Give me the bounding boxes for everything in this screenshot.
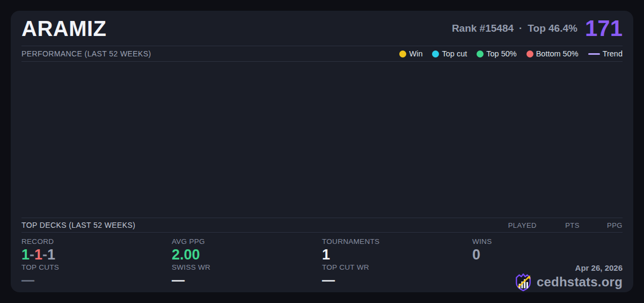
stat-label: TOP CUTS: [21, 263, 172, 271]
record-separator: -: [30, 247, 34, 263]
rank-separator: ·: [519, 23, 522, 34]
header-right: Rank #15484 · Top 46.4% 171: [452, 17, 623, 40]
stat-top-cuts: TOP CUTS —: [21, 263, 172, 292]
column-header-ppg: PPG: [580, 221, 623, 229]
brand-text: cedhstats.org: [537, 275, 623, 290]
performance-chart-area: [21, 62, 623, 218]
legend-item-trend: Trend: [588, 49, 623, 58]
top-cuts-value: —: [21, 272, 172, 287]
card-header: ARAMIZ Rank #15484 · Top 46.4% 171: [21, 11, 623, 46]
stat-label: SWISS WR: [172, 263, 322, 271]
legend-item-top-cut: Top cut: [432, 49, 467, 58]
cedhstats-brand-link[interactable]: cedhstats.org: [514, 272, 623, 292]
legend-item-bottom50: Bottom 50%: [526, 49, 579, 58]
stat-tournaments: TOURNAMENTS 1: [322, 237, 472, 263]
win-dot-icon: [399, 50, 406, 57]
stat-label: RECORD: [21, 237, 172, 246]
rank-line: Rank #15484 · Top 46.4%: [452, 23, 577, 34]
generated-date: Apr 26, 2026: [575, 263, 623, 272]
tournaments-value: 1: [322, 247, 472, 263]
top-cut-dot-icon: [432, 50, 439, 57]
bottom50-dot-icon: [526, 50, 533, 57]
wins-value: 0: [472, 247, 623, 263]
legend-label: Bottom 50%: [536, 49, 579, 58]
cedhstats-logo-icon: [514, 272, 532, 292]
legend-item-top50: Top 50%: [477, 49, 516, 58]
stat-label: TOURNAMENTS: [322, 237, 472, 246]
swiss-wr-value: —: [172, 272, 322, 287]
stat-avg-ppg: AVG PPG 2.00: [172, 237, 322, 263]
stats-grid: RECORD 1-1-1 AVG PPG 2.00 TOURNAMENTS 1 …: [21, 233, 623, 292]
footer: Apr 26, 2026 cedhstats.org: [472, 263, 623, 292]
record-draws: 1: [47, 247, 55, 263]
legend-label: Top cut: [442, 49, 467, 58]
stat-label: TOP CUT WR: [322, 263, 472, 271]
stat-label: WINS: [472, 237, 623, 246]
record-value: 1-1-1: [21, 247, 172, 263]
player-name: ARAMIZ: [21, 18, 107, 39]
column-header-played: PLAYED: [494, 221, 537, 229]
stat-record: RECORD 1-1-1: [21, 237, 172, 263]
record-wins: 1: [21, 247, 30, 263]
top50-dot-icon: [477, 50, 484, 57]
stat-top-cut-wr: TOP CUT WR —: [322, 263, 472, 292]
column-header-pts: PTS: [537, 221, 580, 229]
stat-label: AVG PPG: [172, 237, 322, 246]
player-stats-card: ARAMIZ Rank #15484 · Top 46.4% 171 PERFO…: [11, 11, 633, 292]
stat-swiss-wr: SWISS WR —: [172, 263, 322, 292]
record-separator: -: [42, 247, 47, 263]
rank-text: Rank #15484: [452, 23, 514, 34]
top-cut-wr-value: —: [322, 272, 472, 287]
top-decks-columns: PLAYED PTS PPG: [494, 221, 623, 229]
performance-header-row: PERFORMANCE (LAST 52 WEEKS) Win Top cut …: [21, 46, 623, 62]
performance-title: PERFORMANCE (LAST 52 WEEKS): [21, 49, 151, 58]
trend-line-icon: [588, 53, 600, 55]
record-losses: 1: [34, 247, 42, 263]
top-percent-text: Top 46.4%: [528, 23, 577, 34]
stat-wins: WINS 0: [472, 237, 623, 263]
top-decks-header-row: TOP DECKS (LAST 52 WEEKS) PLAYED PTS PPG: [21, 218, 623, 233]
legend-label: Trend: [603, 49, 623, 58]
top-decks-title: TOP DECKS (LAST 52 WEEKS): [21, 221, 135, 229]
chart-legend: Win Top cut Top 50% Bottom 50% Trend: [399, 49, 623, 58]
legend-label: Win: [409, 49, 422, 58]
legend-label: Top 50%: [486, 49, 516, 58]
legend-item-win: Win: [399, 49, 422, 58]
avg-ppg-value: 2.00: [172, 247, 322, 263]
rating-value: 171: [585, 17, 623, 40]
